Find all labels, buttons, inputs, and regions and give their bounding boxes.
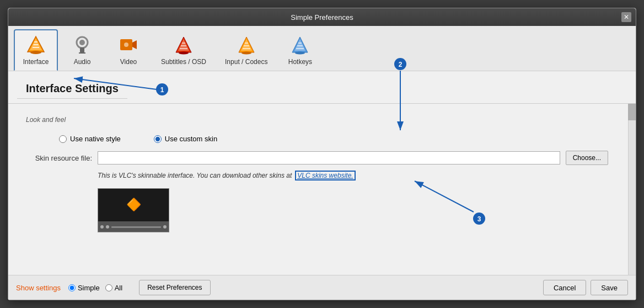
preview-controls xyxy=(98,221,169,232)
radio-row: Use native style Use custom skin xyxy=(26,130,608,147)
svg-point-7 xyxy=(79,40,85,45)
section-title: Interface Settings xyxy=(17,77,127,99)
bottom-left: Show settings Simple All Reset Preferenc… xyxy=(16,280,211,295)
group-title: Look and feel xyxy=(26,116,608,124)
tab-input-label: Input / Codecs xyxy=(225,58,267,66)
svg-rect-8 xyxy=(80,47,84,53)
svg-point-21 xyxy=(242,52,251,55)
tab-video-label: Video xyxy=(120,58,137,66)
svg-point-15 xyxy=(179,52,189,55)
skin-resource-row: Skin resource file: Choose... xyxy=(26,147,608,168)
show-settings-label: Show settings xyxy=(16,284,61,292)
window-title: Simple Preferences xyxy=(291,13,353,22)
bottom-buttons: Cancel Save xyxy=(543,280,628,295)
subtitles-icon xyxy=(173,34,195,56)
native-style-radio[interactable] xyxy=(59,135,67,143)
custom-skin-label: Use custom skin xyxy=(165,135,217,143)
native-style-option[interactable]: Use native style xyxy=(59,135,121,143)
hotkeys-icon xyxy=(289,34,311,56)
tab-audio-label: Audio xyxy=(74,58,91,66)
vlc-skins-link[interactable]: VLC skins website. xyxy=(295,171,355,180)
tab-input[interactable]: Input / Codecs xyxy=(217,30,276,71)
tab-hotkeys-label: Hotkeys xyxy=(288,58,312,66)
tab-subtitles[interactable]: Subtitles / OSD xyxy=(153,30,214,71)
all-radio[interactable] xyxy=(105,284,112,291)
svg-point-12 xyxy=(124,43,128,47)
simple-label: Simple xyxy=(78,284,100,292)
tab-video[interactable]: Video xyxy=(106,30,151,71)
content-area: Interface Settings Look and feel Use nat… xyxy=(8,71,636,275)
preferences-window: Simple Preferences ✕ Inte xyxy=(8,8,636,300)
show-settings-radio-group: Simple All xyxy=(68,284,122,292)
save-button[interactable]: Save xyxy=(591,280,628,295)
tab-hotkeys[interactable]: Hotkeys xyxy=(278,30,322,71)
section-header: Interface Settings xyxy=(8,71,636,104)
scrollbar-track[interactable] xyxy=(628,104,636,275)
skin-preview: 🔶 xyxy=(98,188,169,232)
interface-icon xyxy=(25,34,47,56)
custom-skin-radio[interactable] xyxy=(154,135,162,143)
tab-subtitles-label: Subtitles / OSD xyxy=(161,58,206,66)
cancel-button[interactable]: Cancel xyxy=(543,280,586,295)
svg-marker-11 xyxy=(132,40,137,49)
audio-icon xyxy=(71,34,93,56)
desc-text: This is VLC's skinnable interface. You c… xyxy=(98,172,292,179)
look-and-feel-group: Look and feel Use native style Use custo… xyxy=(26,116,608,232)
simple-option[interactable]: Simple xyxy=(68,284,100,292)
titlebar: Simple Preferences ✕ xyxy=(8,8,636,26)
skin-resource-input[interactable] xyxy=(98,151,560,164)
tab-audio[interactable]: Audio xyxy=(60,30,104,71)
skin-resource-label: Skin resource file: xyxy=(26,154,92,162)
scrollbar-thumb[interactable] xyxy=(628,104,636,120)
choose-button[interactable]: Choose... xyxy=(566,151,608,165)
all-option[interactable]: All xyxy=(105,284,122,292)
all-label: All xyxy=(115,284,122,292)
input-icon xyxy=(235,34,257,56)
tab-interface[interactable]: Interface xyxy=(14,29,58,71)
reset-preferences-button[interactable]: Reset Preferences xyxy=(139,280,210,295)
preview-screen: 🔶 xyxy=(98,188,169,221)
tab-interface-label: Interface xyxy=(23,58,49,66)
scroll-content[interactable]: Look and feel Use native style Use custo… xyxy=(8,104,636,275)
custom-skin-option[interactable]: Use custom skin xyxy=(154,135,217,143)
svg-point-27 xyxy=(295,52,305,55)
bottom-bar: Show settings Simple All Reset Preferenc… xyxy=(8,275,636,300)
svg-point-2 xyxy=(30,51,41,54)
simple-radio[interactable] xyxy=(68,284,76,291)
description-row: This is VLC's skinnable interface. You c… xyxy=(26,168,608,183)
native-style-label: Use native style xyxy=(70,135,121,143)
close-button[interactable]: ✕ xyxy=(621,12,631,22)
tab-bar: Interface Audio xyxy=(8,26,636,71)
video-icon xyxy=(117,34,139,56)
